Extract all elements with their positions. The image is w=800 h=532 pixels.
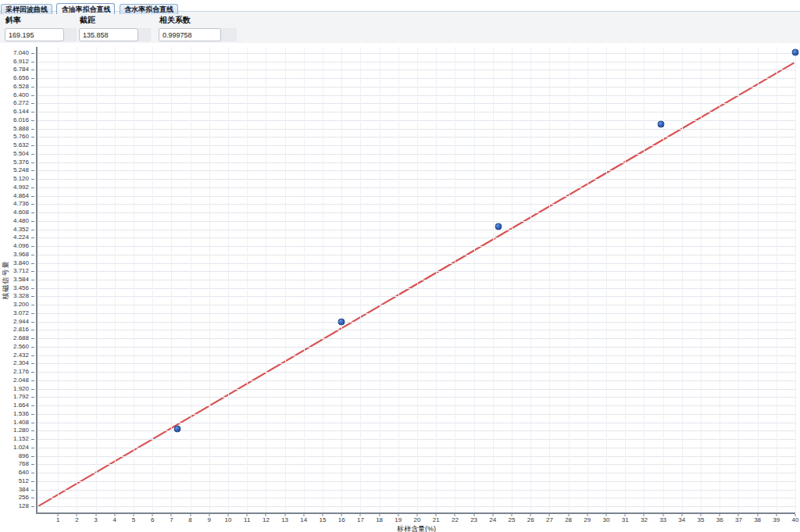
y-tick-mark (31, 62, 34, 62)
x-gridline (152, 47, 153, 512)
x-tick-label: 18 (376, 517, 383, 523)
y-tick-mark (31, 145, 34, 146)
x-tick-label: 6 (151, 517, 154, 523)
x-gridline (530, 47, 531, 512)
x-tick-label: 32 (641, 517, 648, 523)
x-gridline (569, 47, 570, 512)
x-gridline (512, 47, 512, 512)
slope-input[interactable] (5, 28, 64, 41)
y-tick-label: 3.200 (13, 302, 29, 308)
x-gridline (209, 47, 210, 512)
correlation-field-well (159, 28, 237, 41)
x-tick-label: 22 (452, 517, 459, 523)
y-tick-label: 384 (19, 487, 29, 493)
y-tick-label: 3.840 (13, 260, 29, 266)
x-gridline (493, 47, 494, 512)
x-gridline (360, 47, 361, 512)
y-tick-mark (31, 430, 34, 431)
x-tick-label: 30 (603, 517, 610, 523)
y-tick-label: 5.632 (13, 142, 29, 148)
y-tick-mark (31, 372, 34, 373)
y-tick-label: 1.792 (13, 394, 29, 400)
x-gridline (795, 47, 796, 512)
y-axis-labels: 1282563845126407688961.0241.1521.2801.40… (0, 47, 34, 512)
y-tick-label: 5.888 (13, 126, 29, 132)
y-tick-mark (31, 380, 34, 381)
y-tick-label: 256 (19, 495, 29, 501)
x-gridline (228, 47, 229, 512)
x-tick-label: 15 (320, 517, 327, 523)
x-gridline (625, 47, 626, 512)
x-gridline (96, 47, 97, 512)
y-tick-mark (31, 473, 34, 473)
y-tick-mark (31, 405, 34, 406)
tab-bar: 采样回波曲线 含油率拟合直线 含水率拟合直线 (1, 0, 179, 11)
intercept-input[interactable] (79, 28, 138, 41)
y-tick-label: 1.152 (13, 436, 29, 442)
y-tick-mark (31, 305, 34, 305)
intercept-label: 截距 (80, 15, 151, 26)
y-tick-mark (31, 322, 34, 323)
x-tick-label: 27 (546, 517, 553, 523)
correlation-input[interactable] (159, 28, 221, 41)
plot-area: 标样含量(%) 12345678910111213141516171819202… (36, 47, 795, 514)
y-tick-label: 6.784 (13, 66, 29, 73)
y-tick-label: 6.144 (13, 109, 29, 115)
y-tick-label: 4.608 (13, 209, 29, 216)
x-gridline (285, 47, 286, 512)
y-tick-label: 2.304 (13, 360, 29, 366)
y-tick-label: 1.280 (13, 427, 29, 434)
y-tick-label: 3.712 (13, 268, 29, 274)
y-tick-label: 4.736 (13, 201, 29, 207)
x-tick-label: 19 (395, 517, 402, 523)
y-tick-mark (31, 212, 34, 213)
y-tick-mark (31, 423, 34, 423)
y-tick-label: 128 (19, 503, 29, 509)
x-gridline (417, 47, 418, 512)
y-tick-mark (31, 179, 34, 180)
x-gridline (758, 47, 759, 512)
x-tick-label: 35 (698, 517, 705, 523)
x-tick-label: 9 (208, 517, 211, 523)
tab-sampling-echo-curve[interactable]: 采样回波曲线 (1, 4, 52, 14)
data-point (338, 319, 345, 326)
y-tick-mark (31, 95, 34, 96)
y-tick-label: 5.120 (13, 176, 29, 182)
x-gridline (380, 47, 380, 512)
y-tick-mark (31, 464, 34, 465)
correlation-group: 相关系数 (159, 13, 237, 41)
y-tick-label: 5.376 (13, 159, 29, 166)
x-gridline (720, 47, 720, 512)
y-tick-label: 1.920 (13, 386, 29, 392)
y-tick-mark (31, 162, 34, 163)
y-tick-label: 6.528 (13, 84, 29, 90)
x-tick-label: 26 (527, 517, 534, 523)
x-tick-label: 13 (281, 517, 288, 523)
x-gridline (171, 47, 172, 512)
intercept-group: 截距 (79, 13, 151, 41)
fit-statistics-panel: 斜率 截距 相关系数 (0, 11, 800, 43)
x-gridline (738, 47, 739, 512)
y-tick-mark (31, 112, 34, 112)
x-tick-label: 5 (132, 517, 135, 523)
x-tick-label: 33 (659, 517, 666, 523)
y-tick-label: 1.408 (13, 420, 29, 426)
y-tick-mark (31, 230, 34, 230)
y-tick-mark (31, 53, 34, 54)
tab-oil-content-fit-line[interactable]: 含油率拟合直线 (56, 3, 115, 14)
x-tick-label: 8 (188, 517, 191, 523)
y-tick-mark (31, 271, 34, 272)
y-tick-label: 640 (19, 470, 29, 476)
x-tick-label: 25 (509, 517, 516, 523)
x-gridline (304, 47, 305, 512)
x-tick-label: 23 (470, 517, 477, 523)
y-tick-mark (31, 221, 34, 222)
y-tick-label: 6.912 (13, 59, 29, 65)
y-tick-mark (31, 296, 34, 297)
x-tick-label: 40 (792, 517, 799, 523)
tab-water-content-fit-line[interactable]: 含水率拟合直线 (120, 4, 178, 14)
y-tick-mark (31, 456, 34, 457)
y-tick-mark (31, 170, 34, 171)
y-tick-label: 7.040 (13, 50, 29, 56)
intercept-field-well (79, 28, 151, 41)
